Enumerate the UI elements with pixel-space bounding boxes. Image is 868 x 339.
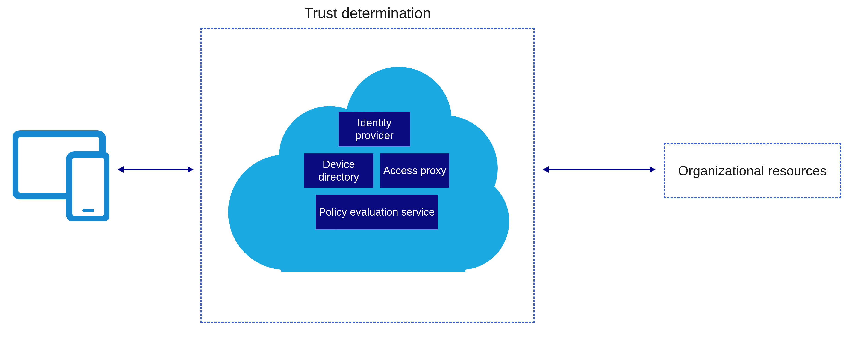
- device-directory-box: Device directory: [304, 153, 373, 188]
- svg-rect-10: [83, 209, 94, 212]
- access-proxy-box: Access proxy: [380, 153, 449, 188]
- trust-determination-title: Trust determination: [200, 5, 534, 22]
- arrow-devices-to-trust: [118, 165, 193, 174]
- svg-marker-13: [188, 166, 193, 173]
- organizational-resources-box: Organizational resources: [663, 143, 841, 198]
- arrow-trust-to-org: [542, 165, 656, 174]
- identity-provider-box: Identity provider: [339, 112, 410, 146]
- diagram-canvas: Trust determination Identity provider De…: [0, 0, 868, 339]
- svg-marker-12: [118, 166, 124, 173]
- devices-icon: [13, 124, 110, 221]
- svg-marker-15: [542, 166, 549, 173]
- policy-evaluation-box: Policy evaluation service: [316, 195, 438, 229]
- svg-marker-16: [650, 166, 656, 173]
